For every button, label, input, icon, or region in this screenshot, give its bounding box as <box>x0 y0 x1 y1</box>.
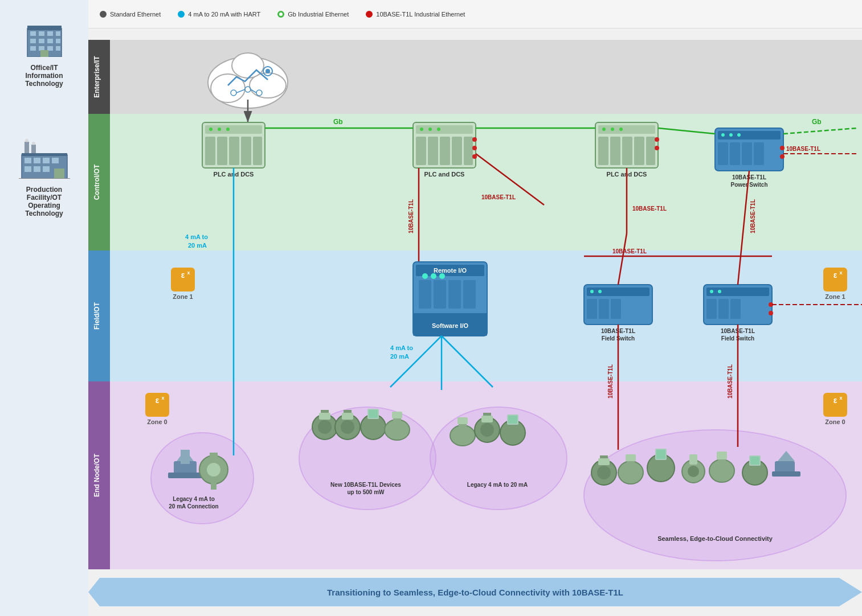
svg-point-219 <box>480 423 494 437</box>
svg-rect-189 <box>168 473 202 478</box>
svg-point-90 <box>602 128 606 131</box>
svg-text:10BASE-T1L: 10BASE-T1L <box>727 364 733 399</box>
svg-rect-148 <box>599 299 609 319</box>
svg-rect-87 <box>622 137 632 165</box>
svg-point-239 <box>688 466 699 477</box>
svg-text:Transitioning to Seamless, Edg: Transitioning to Seamless, Edge-to-Cloud… <box>327 588 623 597</box>
content-area: Standard Ethernet 4 mA to 20 mA with HAR… <box>88 0 862 616</box>
diagram-svg: Enterprise/IT Control/OT Field/OT End No… <box>88 28 862 616</box>
svg-point-103 <box>729 133 733 137</box>
svg-text:x: x <box>187 270 190 276</box>
main-container: Office/IT Information Technology <box>0 0 862 616</box>
svg-rect-192 <box>210 453 218 461</box>
svg-point-159 <box>710 290 713 293</box>
svg-point-199 <box>318 420 332 434</box>
standard-ethernet-label: Standard Ethernet <box>110 11 161 18</box>
legend-bar: Standard Ethernet 4 mA to 20 mA with HAR… <box>88 0 862 28</box>
svg-point-150 <box>590 290 594 293</box>
svg-rect-11 <box>39 46 44 51</box>
svg-point-133 <box>422 273 428 279</box>
svg-rect-72 <box>428 137 438 165</box>
svg-point-81 <box>472 154 477 159</box>
svg-rect-26 <box>34 166 40 172</box>
svg-point-94 <box>655 146 659 150</box>
svg-text:End Node/OT: End Node/OT <box>93 453 101 497</box>
svg-text:10BASE-T1L: 10BASE-T1L <box>632 206 667 212</box>
svg-text:Seamless, Edge-to-Cloud Connec: Seamless, Edge-to-Cloud Connectivity <box>657 535 773 542</box>
svg-rect-22 <box>34 158 40 163</box>
svg-point-65 <box>209 128 213 131</box>
svg-text:20 mA: 20 mA <box>188 242 207 249</box>
svg-text:Gb: Gb <box>812 118 822 126</box>
svg-rect-132 <box>463 280 476 309</box>
svg-rect-60 <box>205 137 215 165</box>
svg-rect-101 <box>754 142 764 165</box>
svg-point-106 <box>780 154 785 159</box>
svg-rect-149 <box>611 299 621 319</box>
svg-text:Power Switch: Power Switch <box>730 182 767 188</box>
production-facility-label: Production Facility/OT Operating Technol… <box>25 186 63 217</box>
svg-rect-248 <box>772 471 800 477</box>
svg-rect-230 <box>598 458 610 465</box>
legend-4ma-hart: 4 mA to 20 mA with HART <box>178 11 260 18</box>
svg-rect-84 <box>598 125 655 134</box>
svg-point-191 <box>207 463 220 477</box>
svg-text:Gb: Gb <box>333 118 343 126</box>
svg-point-76 <box>420 128 423 131</box>
svg-rect-24 <box>52 158 59 163</box>
svg-rect-34 <box>88 40 862 114</box>
svg-rect-147 <box>587 299 597 319</box>
svg-text:ε: ε <box>834 270 838 280</box>
svg-rect-61 <box>217 137 227 165</box>
svg-rect-59 <box>205 125 262 134</box>
svg-text:Zone 1: Zone 1 <box>825 293 845 300</box>
svg-rect-245 <box>750 457 759 465</box>
svg-rect-99 <box>730 142 740 165</box>
svg-rect-63 <box>241 137 251 165</box>
svg-point-151 <box>598 290 602 293</box>
svg-point-17 <box>25 139 28 142</box>
svg-rect-62 <box>229 137 239 165</box>
svg-rect-12 <box>47 46 53 51</box>
svg-rect-201 <box>319 413 330 420</box>
svg-rect-64 <box>253 137 262 165</box>
svg-text:4 mA to: 4 mA to <box>185 233 208 240</box>
svg-text:up to 500 mW: up to 500 mW <box>347 489 385 495</box>
svg-rect-208 <box>369 410 378 418</box>
gb-industrial-dot <box>277 11 284 18</box>
svg-rect-89 <box>646 137 655 165</box>
svg-point-18 <box>32 142 35 145</box>
office-it-label: Office/IT Information Technology <box>25 64 63 88</box>
svg-rect-130 <box>434 280 446 309</box>
svg-rect-238 <box>689 454 697 465</box>
zones-container: Enterprise/IT Control/OT Field/OT End No… <box>88 28 862 616</box>
svg-point-77 <box>428 128 432 131</box>
legend-10base-t1l: 10BASE-T1L Industrial Ethernet <box>366 11 465 18</box>
svg-rect-4 <box>47 31 53 36</box>
svg-rect-23 <box>43 158 50 163</box>
svg-rect-100 <box>742 142 752 165</box>
left-sidebar: Office/IT Information Technology <box>0 0 88 616</box>
10base-t1l-label: 10BASE-T1L Industrial Ethernet <box>376 11 465 18</box>
office-building-icon <box>24 23 64 59</box>
svg-text:10BASE-T1L: 10BASE-T1L <box>786 146 820 152</box>
svg-point-67 <box>226 128 230 131</box>
svg-text:ε: ε <box>181 270 185 280</box>
svg-point-93 <box>655 137 659 142</box>
svg-point-66 <box>218 128 221 131</box>
svg-rect-3 <box>39 31 44 36</box>
svg-text:10BASE-T1L: 10BASE-T1L <box>408 199 414 233</box>
svg-point-91 <box>611 128 614 131</box>
svg-text:x: x <box>839 395 842 401</box>
svg-rect-211 <box>392 412 402 418</box>
svg-rect-158 <box>730 299 741 319</box>
svg-rect-7 <box>39 39 44 43</box>
4ma-hart-dot <box>178 11 185 18</box>
svg-point-92 <box>619 128 623 131</box>
svg-rect-221 <box>481 416 493 422</box>
svg-rect-88 <box>634 137 644 165</box>
svg-rect-5 <box>56 31 60 36</box>
legend-gb-industrial: Gb Industrial Ethernet <box>277 11 349 18</box>
svg-rect-6 <box>30 39 36 43</box>
svg-point-56 <box>265 69 270 73</box>
